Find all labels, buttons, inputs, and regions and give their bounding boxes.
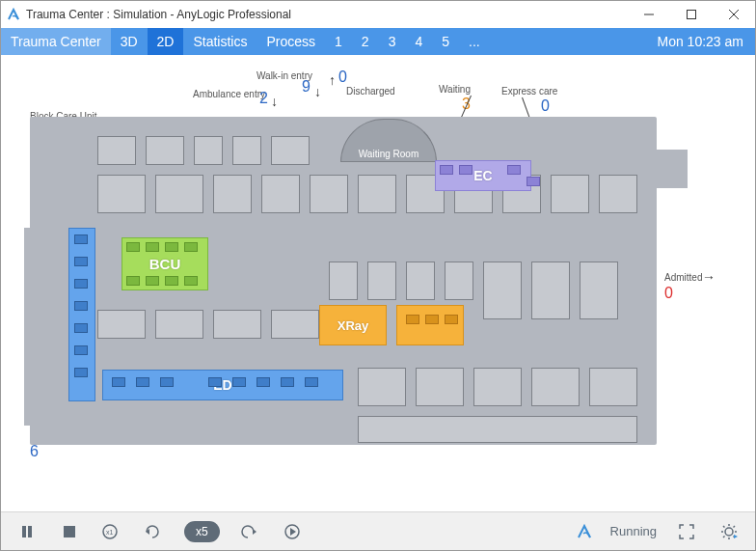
label-ambulance-entry: Ambulance entry — [193, 89, 265, 99]
settings-button[interactable] — [716, 519, 742, 544]
tab-3[interactable]: 3 — [379, 28, 406, 55]
close-button[interactable] — [713, 1, 755, 28]
maximize-button[interactable] — [670, 1, 713, 28]
arrow-down-icon: ↓ — [314, 84, 321, 99]
window-title: Trauma Center : Simulation - AnyLogic Pr… — [26, 8, 291, 21]
fullscreen-button[interactable] — [674, 519, 699, 544]
tab-3d[interactable]: 3D — [111, 28, 148, 55]
arrow-right-icon: → — [702, 269, 716, 285]
svg-marker-12 — [290, 528, 296, 536]
speed-max-button[interactable] — [280, 519, 305, 544]
speed-x1-button[interactable]: x1 — [99, 519, 124, 544]
speed-faster-button[interactable] — [237, 519, 262, 544]
stop-button[interactable] — [57, 519, 82, 544]
pause-button[interactable] — [14, 519, 40, 544]
tab-more[interactable]: ... — [459, 28, 490, 55]
label-waiting: Waiting — [439, 84, 471, 95]
svg-point-13 — [725, 528, 733, 536]
arrow-down-icon: ↓ — [271, 94, 278, 109]
svg-rect-4 — [22, 526, 26, 537]
tab-4[interactable]: 4 — [405, 28, 432, 55]
sim-state: Running — [610, 524, 657, 538]
count-express: 0 — [541, 97, 550, 115]
svg-marker-10 — [253, 529, 256, 535]
title-bar: Trauma Center : Simulation - AnyLogic Pr… — [1, 1, 755, 28]
count-admitted: 0 — [664, 285, 673, 302]
tab-2d[interactable]: 2D — [148, 28, 184, 55]
tab-2[interactable]: 2 — [352, 28, 379, 55]
simulation-canvas[interactable]: Ambulance entry 2 ↓ Walk-in entry 9 ↓ ↑ … — [1, 55, 755, 511]
zone-xray-2 — [396, 305, 464, 345]
speed-slower-button[interactable] — [142, 519, 167, 544]
svg-rect-6 — [64, 526, 75, 537]
svg-line-21 — [734, 526, 736, 528]
anylogic-logo-icon — [576, 523, 593, 540]
count-walkin: 9 — [302, 78, 310, 96]
tab-statistics[interactable]: Statistics — [183, 28, 256, 55]
count-ambulance: 2 — [259, 90, 268, 107]
zone-xray: XRay — [319, 305, 387, 345]
svg-rect-5 — [28, 526, 32, 537]
svg-text:x1: x1 — [106, 529, 114, 536]
app-logo-icon — [7, 8, 20, 21]
status-bar: x1 x5 Running — [1, 511, 755, 550]
svg-line-18 — [723, 526, 725, 528]
sim-clock: Mon 10:23 am — [646, 28, 756, 55]
arrow-up-icon: ↑ — [329, 72, 336, 88]
floorplan: Waiting Room BCU EC XRay ED — [30, 117, 657, 445]
count-discharged: 0 — [338, 69, 347, 86]
label-discharged: Discharged — [346, 86, 395, 96]
tab-1[interactable]: 1 — [325, 28, 352, 55]
label-express-care: Express care — [501, 86, 557, 96]
view-toolbar: Trauma Center 3D 2D Statistics Process 1… — [1, 28, 755, 55]
label-admitted: Admitted — [664, 272, 702, 283]
tab-process[interactable]: Process — [256, 28, 325, 55]
count-emergency: 6 — [30, 443, 39, 460]
minimize-button[interactable] — [628, 1, 670, 28]
tab-5[interactable]: 5 — [432, 28, 459, 55]
svg-marker-22 — [734, 535, 738, 538]
tab-trauma-center[interactable]: Trauma Center — [1, 28, 111, 55]
svg-line-20 — [723, 536, 725, 537]
speed-indicator[interactable]: x5 — [184, 521, 220, 542]
svg-rect-1 — [688, 11, 696, 19]
